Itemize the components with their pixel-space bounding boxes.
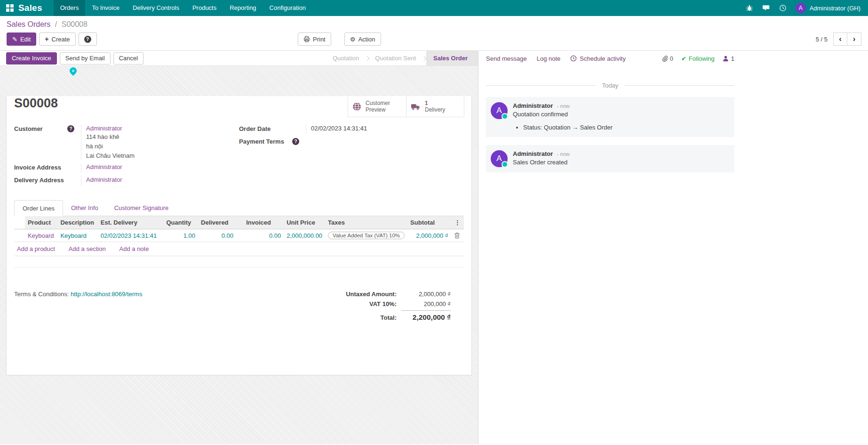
message-time: - now: [557, 151, 570, 157]
col-quantity: Quantity: [164, 216, 199, 229]
edit-button[interactable]: ✎ Edit: [7, 32, 36, 46]
delivery-address-link[interactable]: Administrator: [86, 176, 122, 183]
vat-value: 200,000 ₫: [401, 300, 451, 307]
app-brand[interactable]: Sales: [18, 3, 42, 13]
message-body: Quotation confirmed: [513, 111, 613, 118]
create-invoice-button[interactable]: Create Invoice: [6, 52, 57, 65]
customer-link[interactable]: Administrator: [86, 125, 122, 132]
untaxed-amount-value: 2,000,000 ₫: [401, 291, 451, 298]
statusbar: Create Invoice Send by Email Cancel Quot…: [0, 51, 478, 66]
messages-chat-icon[interactable]: [762, 4, 770, 12]
message-author: Administrator: [513, 150, 553, 157]
message-avatar: A: [491, 102, 508, 119]
customer-address-line: 114 hào khê: [86, 133, 239, 141]
cancel-button[interactable]: Cancel: [113, 52, 143, 65]
send-message-button[interactable]: Send message: [486, 55, 527, 62]
nav-item-to-invoice[interactable]: To Invoice: [85, 0, 126, 16]
delivered-value: 0.00: [222, 232, 233, 239]
tab-customer-signature[interactable]: Customer Signature: [106, 200, 177, 216]
followers-button[interactable]: 1: [723, 55, 734, 62]
pager-next-button[interactable]: ›: [847, 32, 861, 46]
field-group: Customer ? Administrator 114 hào khê hà …: [14, 125, 464, 189]
invoiced-value: 0.00: [269, 232, 281, 239]
user-menu[interactable]: A Administrator (GH): [796, 3, 860, 13]
chevron-right-icon: ›: [853, 34, 856, 44]
col-unit-price: Unit Price: [284, 216, 325, 229]
nav-item-reporting[interactable]: Reporting: [223, 0, 263, 16]
delivery-stat-button[interactable]: 1 Delivery: [406, 96, 464, 117]
nav-item-orders[interactable]: Orders: [54, 0, 86, 16]
status-steps: Quotation Quotation Sent Sales Order: [327, 51, 478, 65]
invoice-address-link[interactable]: Administrator: [86, 163, 122, 170]
payment-terms-value: [306, 138, 464, 147]
handle-column-header: [14, 216, 25, 229]
activities-clock-icon[interactable]: [779, 4, 787, 12]
teal-map-pin-icon: [68, 66, 78, 76]
col-spacer: [236, 216, 243, 229]
breadcrumb-sales-orders[interactable]: Sales Orders: [7, 20, 50, 28]
sheet-background: Customer Preview 1 Delivery S00008: [0, 66, 478, 444]
invoice-address-label: Invoice Address: [14, 163, 81, 173]
form-sheet: Customer Preview 1 Delivery S00008: [6, 96, 472, 375]
follower-person-icon: [723, 56, 729, 62]
form-view-panel: Create Invoice Send by Email Cancel Quot…: [0, 51, 478, 444]
vat-row: VAT 10%: 200,000 ₫: [314, 299, 451, 309]
attachments-button[interactable]: 0: [661, 55, 673, 62]
print-button[interactable]: Print: [298, 32, 331, 46]
help-button[interactable]: ?: [79, 32, 97, 46]
nav-item-delivery-controls[interactable]: Delivery Controls: [126, 0, 186, 16]
optional-columns-toggle[interactable]: ⋮: [451, 216, 464, 229]
delete-line-button[interactable]: [451, 229, 464, 242]
follower-count: 1: [731, 55, 734, 62]
step-chevron-icon: [365, 56, 370, 61]
description-link[interactable]: Keyboard: [60, 232, 87, 239]
control-panel: Sales Orders / S00008 ✎ Edit + Create ? …: [0, 16, 868, 51]
add-a-note-link[interactable]: Add a note: [119, 245, 149, 252]
add-a-product-link[interactable]: Add a product: [17, 245, 55, 252]
tab-other-info[interactable]: Other Info: [63, 200, 106, 216]
terms-and-conditions: Terms & Conditions: http://localhost:806…: [14, 289, 314, 323]
create-button[interactable]: + Create: [39, 32, 75, 46]
action-button[interactable]: ⚙ Action: [344, 32, 381, 46]
schedule-clock-icon: [570, 55, 577, 62]
schedule-activity-button[interactable]: Schedule activity: [570, 55, 626, 62]
product-link[interactable]: Keyboard: [28, 232, 54, 239]
col-taxes: Taxes: [325, 216, 407, 229]
col-est-delivery: Est. Delivery: [98, 216, 164, 229]
add-a-section-link[interactable]: Add a section: [69, 245, 106, 252]
debug-bug-icon[interactable]: [746, 4, 753, 12]
step-chevron-icon: [421, 56, 426, 61]
col-product: Product: [25, 216, 57, 229]
table-header-row: Product Description Est. Delivery Quanti…: [14, 216, 464, 229]
status-step-quotation-sent[interactable]: Quotation Sent: [369, 51, 422, 65]
message-time: - now: [557, 103, 570, 109]
add-links-row: Add a product Add a section Add a note: [14, 242, 464, 256]
subtotal-value: 2,000,000 ₫: [416, 232, 448, 239]
question-circle-icon: ?: [84, 36, 91, 43]
nav-item-configuration[interactable]: Configuration: [263, 0, 312, 16]
send-by-email-button[interactable]: Send by Email: [60, 52, 111, 65]
order-date-label: Order Date: [239, 125, 306, 134]
pager-value[interactable]: 5 / 5: [816, 36, 828, 43]
pager-previous-button[interactable]: ‹: [833, 32, 847, 46]
col-invoiced: Invoiced: [243, 216, 284, 229]
status-step-quotation[interactable]: Quotation: [327, 51, 365, 65]
breadcrumb: Sales Orders / S00008: [7, 20, 861, 29]
plus-icon: +: [45, 35, 48, 43]
tab-order-lines[interactable]: Order Lines: [14, 200, 63, 216]
help-icon: ?: [292, 138, 299, 145]
unit-price-value: 2,000,000.00: [287, 232, 322, 239]
payment-terms-label: Payment Terms ?: [239, 138, 306, 147]
gear-icon: ⚙: [350, 36, 356, 43]
order-line-row[interactable]: Keyboard Keyboard 02/02/2023 14:31:41 1.…: [14, 229, 464, 242]
log-note-button[interactable]: Log note: [537, 55, 561, 62]
customer-value: Administrator 114 hào khê hà nội Lai Châ…: [81, 125, 239, 160]
apps-grid-icon[interactable]: [6, 4, 14, 12]
terms-link[interactable]: http://localhost:8069/terms: [71, 291, 142, 298]
message-author: Administrator: [513, 102, 553, 109]
following-button[interactable]: ✔ Following: [681, 55, 715, 62]
nav-item-products[interactable]: Products: [186, 0, 223, 16]
total-value: 2,200,000 ₫: [401, 310, 451, 322]
chatter-message: A Administrator - now Quotation confirme…: [486, 97, 734, 137]
customer-preview-button[interactable]: Customer Preview: [348, 96, 406, 117]
